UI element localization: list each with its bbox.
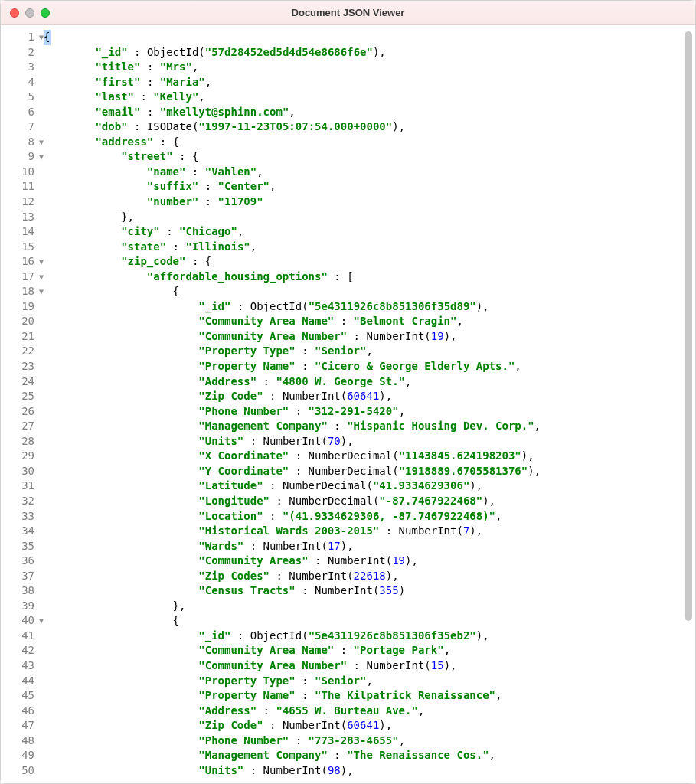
line-number-gutter: 1▼2345678▼9▼10111213141516▼17▼18▼1920212…: [1, 25, 44, 783]
code-line[interactable]: "Community Area Name" : "Belmont Cragin"…: [44, 314, 695, 329]
code-line[interactable]: "Units" : NumberInt(98),: [44, 763, 695, 779]
code-line[interactable]: "Property Type" : "Senior",: [44, 674, 695, 689]
line-number: 34: [1, 524, 44, 539]
code-line[interactable]: },: [44, 599, 695, 614]
line-number: 22: [1, 344, 44, 359]
code-line[interactable]: "first" : "Maria",: [44, 75, 695, 90]
code-line[interactable]: "Y Coordinate" : NumberDecimal("1918889.…: [44, 464, 695, 479]
code-view[interactable]: { "_id" : ObjectId("57d28452ed5d4d54e868…: [44, 25, 695, 783]
code-line[interactable]: "state" : "Illinois",: [44, 240, 695, 255]
line-number: 38: [1, 583, 44, 599]
code-line[interactable]: "_id" : ObjectId("5e4311926c8b851306f35d…: [44, 299, 695, 315]
code-line[interactable]: "Community Area Name" : "Portage Park",: [44, 643, 695, 658]
code-line[interactable]: "Community Area Number" : NumberInt(15),: [44, 658, 695, 674]
line-number: 32: [1, 494, 44, 509]
code-line[interactable]: "Property Type" : "Senior",: [44, 344, 695, 359]
code-line[interactable]: "street" : {: [44, 149, 695, 165]
code-line[interactable]: "Phone Number" : "773-283-4655",: [44, 733, 695, 749]
fold-toggle-icon[interactable]: ▼: [34, 613, 44, 629]
line-number: 18▼: [1, 284, 44, 299]
code-line[interactable]: "_id" : ObjectId("5e4311926c8b851306f35e…: [44, 629, 695, 644]
code-line[interactable]: "zip_code" : {: [44, 254, 695, 270]
line-number: 37: [1, 569, 44, 584]
line-number: 45: [1, 688, 44, 704]
code-line[interactable]: "city" : "Chicago",: [44, 224, 695, 240]
code-line[interactable]: "Longitude" : NumberDecimal("-87.7467922…: [44, 494, 695, 509]
code-line[interactable]: "Property Name" : "The Kilpatrick Renais…: [44, 688, 695, 704]
editor-area: 1▼2345678▼9▼10111213141516▼17▼18▼1920212…: [1, 25, 695, 783]
code-line[interactable]: "affordable_housing_options" : [: [44, 270, 695, 285]
code-line[interactable]: {: [44, 613, 695, 629]
code-line[interactable]: "_id" : ObjectId("57d28452ed5d4d54e8686f…: [44, 45, 695, 60]
fold-toggle-icon[interactable]: ▼: [34, 149, 44, 165]
code-line[interactable]: "number" : "11709": [44, 194, 695, 210]
line-number: 11: [1, 179, 44, 194]
code-line[interactable]: "last" : "Kelly",: [44, 90, 695, 105]
line-number: 46: [1, 704, 44, 719]
line-number: 17▼: [1, 270, 44, 285]
line-number: 6: [1, 105, 44, 120]
maximize-icon[interactable]: [41, 8, 50, 18]
code-line[interactable]: "Zip Code" : NumberInt(60641),: [44, 389, 695, 404]
code-line[interactable]: "Community Areas" : NumberInt(19),: [44, 554, 695, 569]
code-line[interactable]: {: [44, 284, 695, 299]
traffic-lights: [10, 8, 50, 18]
code-line[interactable]: "Wards" : NumberInt(17),: [44, 539, 695, 554]
line-number: 50: [1, 763, 44, 779]
code-line[interactable]: "email" : "mkellyt@sphinn.com",: [44, 105, 695, 120]
line-number: 43: [1, 658, 44, 674]
close-icon[interactable]: [10, 8, 19, 18]
line-number: 36: [1, 554, 44, 569]
minimize-icon[interactable]: [25, 8, 34, 18]
line-number: 47: [1, 718, 44, 733]
fold-toggle-icon[interactable]: ▼: [34, 270, 44, 285]
code-line[interactable]: "Phone Number" : "312-291-5420",: [44, 404, 695, 420]
line-number: 41: [1, 629, 44, 644]
code-line[interactable]: "Management Company" : "Hispanic Housing…: [44, 419, 695, 434]
code-line[interactable]: },: [44, 210, 695, 225]
code-line[interactable]: "Property Name" : "Cicero & George Elder…: [44, 359, 695, 374]
line-number: 3: [1, 60, 44, 75]
line-number: 5: [1, 90, 44, 105]
fold-toggle-icon[interactable]: ▼: [34, 135, 44, 150]
fold-toggle-icon[interactable]: ▼: [34, 284, 44, 299]
code-line[interactable]: "Zip Codes" : NumberInt(22618),: [44, 569, 695, 584]
line-number: 30: [1, 464, 44, 479]
line-number: 23: [1, 359, 44, 374]
line-number: 39: [1, 599, 44, 614]
code-line[interactable]: "Location" : "(41.9334629306, -87.746792…: [44, 509, 695, 524]
code-line[interactable]: "Address" : "4655 W. Burteau Ave.",: [44, 704, 695, 719]
line-number: 9▼: [1, 149, 44, 165]
line-number: 42: [1, 643, 44, 658]
code-line[interactable]: "Census Tracts" : NumberInt(355): [44, 583, 695, 599]
titlebar[interactable]: Document JSON Viewer: [1, 1, 695, 25]
line-number: 35: [1, 539, 44, 554]
code-line[interactable]: "title" : "Mrs",: [44, 60, 695, 75]
fold-toggle-icon[interactable]: ▼: [34, 254, 44, 270]
line-number: 49: [1, 748, 44, 763]
code-line[interactable]: "Historical Wards 2003-2015" : NumberInt…: [44, 524, 695, 539]
line-number: 20: [1, 314, 44, 329]
line-number: 33: [1, 509, 44, 524]
fold-toggle-icon[interactable]: ▼: [34, 30, 44, 45]
line-number: 8▼: [1, 135, 44, 150]
code-line[interactable]: {: [44, 30, 695, 45]
code-line[interactable]: "Zip Code" : NumberInt(60641),: [44, 718, 695, 733]
code-line[interactable]: "suffix" : "Center",: [44, 179, 695, 194]
code-line[interactable]: "Latitude" : NumberDecimal("41.933462930…: [44, 479, 695, 494]
code-line[interactable]: "Units" : NumberInt(70),: [44, 434, 695, 449]
code-line[interactable]: "dob" : ISODate("1997-11-23T05:07:54.000…: [44, 119, 695, 135]
code-line[interactable]: "Management Company" : "The Renaissance …: [44, 748, 695, 763]
code-line[interactable]: "Address" : "4800 W. George St.",: [44, 374, 695, 390]
code-line[interactable]: "address" : {: [44, 135, 695, 150]
code-line[interactable]: "name" : "Vahlen",: [44, 165, 695, 180]
line-number: 10: [1, 165, 44, 180]
code-line[interactable]: "X Coordinate" : NumberDecimal("1143845.…: [44, 449, 695, 464]
line-number: 4: [1, 75, 44, 90]
code-line[interactable]: "Community Area Number" : NumberInt(19),: [44, 329, 695, 345]
line-number: 13: [1, 210, 44, 225]
line-number: 15: [1, 240, 44, 255]
vertical-scrollbar[interactable]: [685, 31, 692, 621]
line-number: 7: [1, 119, 44, 135]
line-number: 19: [1, 299, 44, 315]
